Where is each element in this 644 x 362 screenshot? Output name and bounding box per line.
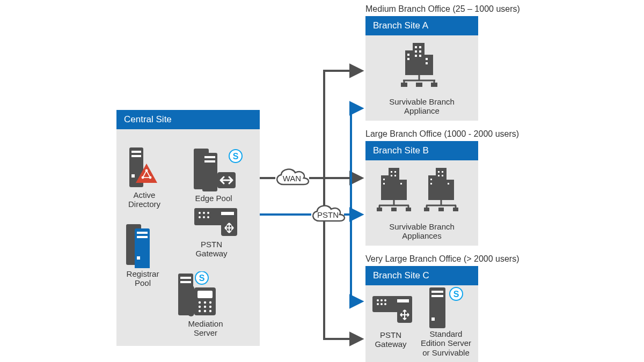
svg-rect-93 [442, 175, 443, 176]
svg-point-43 [199, 306, 201, 308]
svg-rect-101 [453, 208, 458, 211]
svg-point-46 [199, 310, 201, 312]
svg-rect-67 [431, 83, 437, 87]
branch-b-building2-icon [424, 168, 465, 214]
pstn-label: PSTN [317, 210, 339, 219]
svg-rect-87 [436, 168, 447, 200]
branch-b-caption: Large Branch Office (1000 - 2000 users) [365, 129, 519, 139]
svg-rect-94 [430, 179, 432, 180]
svg-point-48 [209, 310, 211, 312]
svg-rect-73 [391, 171, 392, 173]
svg-rect-56 [419, 50, 421, 53]
branch-c-pstn-gateway-label: PSTN Gateway [371, 330, 410, 349]
mediation-server-label: Mediation Server [183, 319, 228, 338]
svg-rect-3 [131, 151, 141, 153]
branch-b-building1-icon [377, 168, 418, 214]
edge-pool-icon: S [194, 149, 244, 193]
svg-rect-52 [423, 55, 433, 75]
svg-rect-61 [426, 58, 428, 60]
svg-point-41 [204, 301, 206, 304]
pstn-gateway-label: PSTN Gateway [192, 240, 231, 258]
svg-rect-35 [180, 281, 191, 283]
svg-point-29 [203, 216, 205, 218]
svg-rect-4 [131, 155, 141, 157]
active-directory-label: Active Directory [125, 190, 164, 209]
svg-rect-39 [197, 291, 213, 298]
svg-text:S: S [453, 290, 459, 299]
registrar-pool-label: Registrar Pool [121, 269, 165, 288]
svg-rect-88 [428, 175, 437, 200]
svg-rect-20 [204, 160, 215, 162]
branch-c-title: Branch Site C [365, 266, 478, 285]
svg-rect-113 [429, 287, 445, 328]
svg-point-27 [207, 212, 209, 214]
branch-b-title: Branch Site B [365, 141, 478, 160]
branch-c-server-label: Standard Edition Server or Survivable [414, 329, 478, 357]
svg-rect-74 [394, 171, 396, 173]
active-directory-icon [126, 147, 158, 189]
svg-point-40 [199, 301, 201, 304]
svg-rect-91 [442, 171, 443, 173]
svg-rect-92 [438, 175, 440, 176]
branch-a-title: Branch Site A [365, 16, 478, 35]
svg-rect-34 [180, 277, 191, 279]
pstn-gateway-icon [194, 208, 245, 239]
mediation-server-icon: S [178, 271, 236, 320]
svg-rect-96 [448, 183, 449, 184]
svg-rect-49 [188, 285, 194, 316]
central-site-title: Central Site [116, 110, 260, 129]
svg-point-110 [384, 303, 386, 305]
svg-point-26 [203, 212, 205, 214]
registrar-pool-icon [126, 224, 159, 268]
svg-point-47 [204, 310, 206, 312]
svg-text:S: S [199, 274, 205, 283]
pstn-cloud-icon: PSTN [309, 203, 347, 226]
svg-rect-31 [221, 212, 234, 215]
svg-text:S: S [233, 152, 239, 161]
svg-rect-71 [381, 175, 390, 200]
svg-rect-99 [424, 208, 429, 211]
branch-a-building-icon [400, 43, 444, 89]
svg-rect-89 [445, 180, 454, 200]
svg-point-44 [204, 306, 206, 308]
wan-label: WAN [283, 174, 301, 183]
svg-rect-60 [407, 58, 409, 60]
svg-point-109 [380, 303, 383, 305]
svg-rect-75 [391, 175, 392, 176]
svg-point-108 [377, 303, 379, 305]
svg-rect-83 [391, 208, 397, 211]
svg-rect-57 [415, 55, 417, 57]
svg-point-28 [199, 216, 201, 218]
edge-pool-label: Edge Pool [192, 194, 236, 203]
svg-rect-51 [405, 50, 415, 75]
svg-rect-90 [438, 171, 440, 173]
svg-point-106 [380, 299, 383, 301]
svg-rect-62 [426, 62, 428, 64]
svg-rect-59 [407, 54, 409, 56]
svg-point-105 [377, 299, 379, 301]
branch-a-caption: Medium Branch Office (25 – 1000 users) [365, 4, 520, 14]
svg-rect-53 [415, 46, 417, 48]
svg-rect-82 [377, 208, 382, 211]
svg-rect-19 [204, 156, 215, 158]
branch-b-appliances-label: Survivable Branch Appliances [385, 222, 458, 241]
svg-rect-79 [400, 183, 402, 184]
wan-cloud-icon: WAN [273, 166, 311, 190]
svg-rect-54 [419, 46, 421, 48]
connectors [0, 0, 644, 362]
svg-rect-115 [431, 295, 443, 297]
branch-c-pstn-gateway-icon [372, 296, 420, 326]
branch-c-caption: Very Large Branch Office (> 2000 users) [365, 254, 519, 264]
svg-rect-65 [401, 83, 407, 87]
svg-rect-76 [394, 175, 396, 176]
svg-rect-14 [137, 232, 148, 234]
svg-rect-72 [398, 180, 407, 200]
svg-point-45 [209, 306, 211, 308]
svg-rect-13 [135, 228, 150, 268]
svg-rect-5 [131, 174, 135, 178]
branch-c-server-icon: S [429, 286, 467, 329]
svg-rect-58 [419, 55, 421, 57]
svg-rect-66 [416, 83, 422, 87]
branch-a-appliance-label: Survivable Branch Appliance [385, 97, 458, 116]
svg-rect-95 [430, 183, 432, 184]
